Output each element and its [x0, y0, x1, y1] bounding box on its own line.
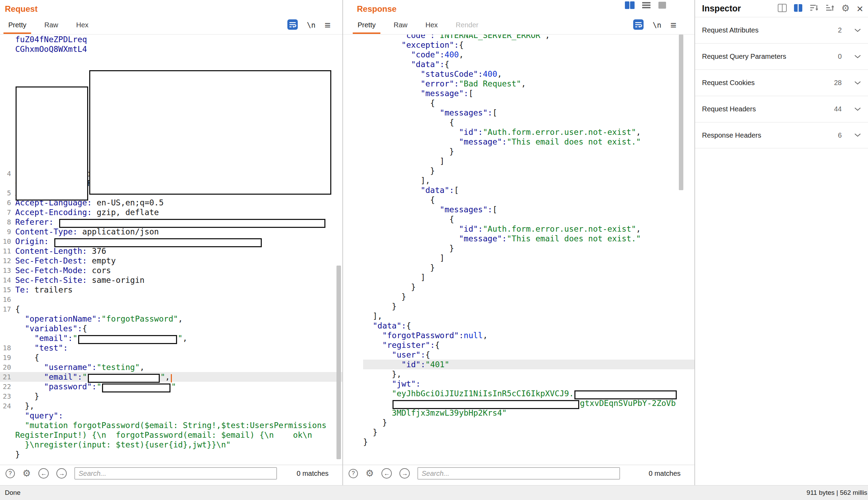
- inspector-section-request-attributes[interactable]: Request Attributes2: [695, 17, 868, 43]
- code-token: "exception":: [401, 40, 459, 49]
- inspector-dock-icon[interactable]: [778, 4, 787, 13]
- code-token: en-US,en;q=0.5: [92, 198, 164, 207]
- line-number: 23: [0, 391, 15, 401]
- search-settings-gear-icon[interactable]: ⚙: [366, 469, 374, 478]
- word-wrap-icon[interactable]: [633, 19, 644, 31]
- show-newlines-icon[interactable]: \n: [307, 21, 315, 29]
- code-token: [: [469, 89, 473, 98]
- code-token: "code":: [411, 50, 444, 59]
- code-line: "id":"Auth.form.error.user.not-exist",: [363, 224, 694, 234]
- editor-layout-buttons: [625, 1, 667, 10]
- chevron-down-icon: [854, 28, 861, 33]
- inspector-split-view-icon[interactable]: [794, 4, 803, 13]
- show-newlines-icon[interactable]: \n: [653, 21, 661, 29]
- layout-rows-button[interactable]: [641, 1, 651, 10]
- inspector-settings-gear-icon[interactable]: ⚙: [841, 4, 850, 13]
- code-token: ": [96, 382, 101, 391]
- code-token: "This email does not exist.": [507, 137, 641, 146]
- tab-request-raw[interactable]: Raw: [39, 16, 63, 34]
- http-message-viewer: Request Pretty Raw Hex \n ≡ fuZ04fNeZPDL…: [0, 0, 868, 500]
- editor-menu-icon[interactable]: ≡: [670, 20, 676, 30]
- code-token: [49, 237, 54, 246]
- code-token: [363, 40, 401, 49]
- collapse-all-icon[interactable]: [810, 4, 819, 13]
- code-line: }\nregister(input: $test){user{id},jwt}}…: [0, 440, 342, 450]
- code-token: [15, 343, 34, 352]
- code-token: gtxvDEqnSVuPbY-2ZoVb: [580, 399, 676, 408]
- code-line: 21 "email":"",: [0, 372, 342, 382]
- line-number: 24: [0, 401, 15, 411]
- response-search-input[interactable]: [417, 467, 620, 480]
- code-token: }\nregister(input: $test){user{id},jwt}}…: [25, 440, 231, 449]
- search-settings-gear-icon[interactable]: ⚙: [22, 469, 31, 478]
- code-token: }: [363, 428, 378, 437]
- request-search-bar: ? ⚙ ← → 0 matches: [0, 465, 342, 482]
- next-match-button[interactable]: →: [399, 468, 410, 479]
- code-token: Sec-Fetch-Mode:: [15, 266, 87, 275]
- request-editor[interactable]: fuZ04fNeZPDLreqCGhxmOoQ8WXmtL44User-Agen…: [0, 35, 342, 465]
- code-line: 7Accept-Encoding: gzip, deflate: [0, 207, 342, 217]
- tab-response-hex[interactable]: Hex: [421, 16, 443, 34]
- help-icon[interactable]: ?: [6, 469, 15, 478]
- layout-columns-button[interactable]: [625, 1, 635, 10]
- tab-response-pretty[interactable]: Pretty: [353, 16, 380, 34]
- line-number: [0, 324, 15, 333]
- section-count-badge: 0: [823, 53, 842, 61]
- code-token: ],: [363, 176, 430, 185]
- code-token: ,: [183, 334, 187, 343]
- code-line: "message":"This email does not exist.": [363, 137, 694, 147]
- code-line: }: [363, 263, 694, 272]
- code-token: }: [363, 437, 368, 446]
- request-scrollbar-thumb[interactable]: [336, 266, 341, 459]
- code-line: "id":"Auth.form.error.user.not-exist",: [363, 127, 694, 137]
- code-token: [363, 186, 421, 195]
- response-scrollbar-thumb[interactable]: [679, 35, 683, 190]
- line-number: 17: [0, 304, 15, 314]
- code-token: [363, 389, 392, 398]
- help-icon[interactable]: ?: [349, 469, 358, 478]
- inspector-section-response-headers[interactable]: Response Headers6: [695, 122, 868, 148]
- request-search-input[interactable]: [74, 467, 277, 480]
- editor-menu-icon[interactable]: ≡: [324, 20, 331, 30]
- code-token: },: [363, 370, 401, 379]
- inspector-section-request-cookies[interactable]: Request Cookies28: [695, 70, 868, 96]
- inspector-close-icon[interactable]: ×: [857, 3, 863, 14]
- code-token: null: [464, 331, 483, 340]
- tab-request-pretty[interactable]: Pretty: [3, 16, 31, 34]
- tab-response-raw[interactable]: Raw: [389, 16, 412, 34]
- line-number: [0, 450, 15, 459]
- code-token: [15, 324, 25, 333]
- code-token: "data":: [421, 186, 454, 195]
- code-token: Sec-Fetch-Dest:: [15, 256, 87, 265]
- code-line: "messages":[: [363, 205, 694, 214]
- layout-tabs-button[interactable]: [658, 1, 667, 10]
- code-token: [363, 79, 421, 88]
- next-match-button[interactable]: →: [56, 468, 67, 479]
- code-token: {: [15, 353, 39, 362]
- line-number: [0, 430, 15, 440]
- line-number: [0, 44, 15, 54]
- tab-request-hex[interactable]: Hex: [71, 16, 93, 34]
- code-line: 15Te: trailers: [0, 285, 342, 295]
- code-line: "code":400,: [363, 50, 694, 59]
- response-panel: Response Pretty Raw Hex Render \n ≡ "cod…: [343, 0, 695, 485]
- response-editor[interactable]: "code":"INTERNAL_SERVER_ERROR", "excepti…: [343, 35, 694, 465]
- line-number: [0, 314, 15, 324]
- previous-match-button[interactable]: ←: [381, 468, 392, 479]
- code-line: 19 {: [0, 353, 342, 362]
- inspector-section-request-headers[interactable]: Request Headers44: [695, 96, 868, 122]
- text-cursor: [171, 374, 172, 382]
- code-line: "data":{: [363, 321, 694, 331]
- word-wrap-icon[interactable]: [287, 19, 298, 31]
- code-token: ,: [165, 372, 170, 381]
- code-token: RegisterInput!) {\n forgotPassword(email…: [15, 430, 312, 439]
- code-token: "messages":: [440, 108, 492, 117]
- redaction-box: [78, 335, 177, 344]
- code-token: [363, 379, 392, 388]
- code-token: "id":: [459, 224, 483, 233]
- code-token: [363, 89, 421, 98]
- code-token: },: [15, 401, 34, 410]
- previous-match-button[interactable]: ←: [38, 468, 49, 479]
- expand-all-icon[interactable]: [825, 4, 834, 13]
- inspector-section-request-query-parameters[interactable]: Request Query Parameters0: [695, 43, 868, 70]
